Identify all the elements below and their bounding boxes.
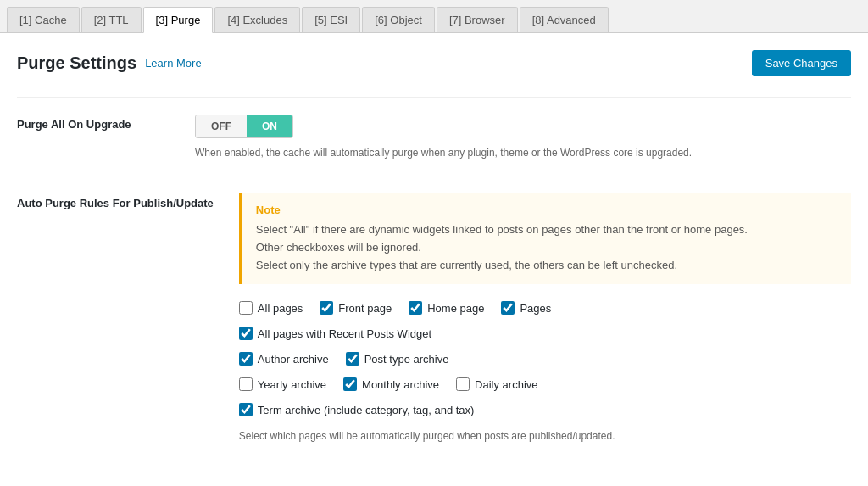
checkbox-daily-archive-input[interactable] bbox=[456, 377, 470, 391]
checkbox-front-page[interactable]: Front page bbox=[320, 301, 392, 315]
checkbox-monthly-archive-input[interactable] bbox=[343, 377, 357, 391]
checkbox-home-page-label: Home page bbox=[427, 302, 484, 315]
note-title: Note bbox=[256, 204, 837, 216]
note-text: Select "All" if there are dynamic widget… bbox=[256, 221, 837, 274]
toggle-description: When enabled, the cache will automatical… bbox=[195, 147, 851, 159]
checkbox-monthly-archive[interactable]: Monthly archive bbox=[343, 377, 439, 391]
checkbox-monthly-archive-label: Monthly archive bbox=[362, 378, 439, 391]
auto-purge-footer-note: Select which pages will be automatically… bbox=[239, 430, 851, 442]
checkbox-all-pages[interactable]: All pages bbox=[239, 301, 303, 315]
checkbox-home-page[interactable]: Home page bbox=[409, 301, 484, 315]
toggle-container: OFF ON bbox=[195, 115, 851, 138]
checkbox-yearly-archive-label: Yearly archive bbox=[258, 378, 326, 391]
learn-more-link[interactable]: Learn More bbox=[145, 57, 201, 70]
checkbox-pages-label: Pages bbox=[520, 302, 551, 315]
checkbox-pages[interactable]: Pages bbox=[501, 301, 551, 315]
checkbox-row-4: Yearly archive Monthly archive Daily arc… bbox=[239, 377, 851, 391]
tab-ttl[interactable]: [2] TTL bbox=[81, 7, 142, 32]
checkbox-home-page-input[interactable] bbox=[409, 301, 422, 315]
tab-purge[interactable]: [3] Purge bbox=[143, 7, 214, 33]
auto-purge-content: Note Select "All" if there are dynamic w… bbox=[239, 193, 851, 442]
page-header: Purge Settings Learn More Save Changes bbox=[17, 50, 851, 76]
purge-all-content: OFF ON When enabled, the cache will auto… bbox=[195, 115, 851, 159]
note-line-1: Select "All" if there are dynamic widget… bbox=[256, 223, 748, 236]
auto-purge-row: Auto Purge Rules For Publish/Update Note… bbox=[17, 176, 851, 459]
checkbox-author-archive-input[interactable] bbox=[239, 352, 253, 366]
tab-bar: [1] Cache [2] TTL [3] Purge [4] Excludes… bbox=[0, 0, 868, 33]
tab-cache[interactable]: [1] Cache bbox=[7, 7, 80, 32]
purge-all-label: Purge All On Upgrade bbox=[17, 115, 170, 131]
checkbox-pages-input[interactable] bbox=[501, 301, 515, 315]
checkbox-front-page-input[interactable] bbox=[320, 301, 333, 315]
page-title: Purge Settings bbox=[17, 53, 136, 73]
checkbox-author-archive[interactable]: Author archive bbox=[239, 352, 329, 366]
tab-advanced[interactable]: [8] Advanced bbox=[520, 7, 609, 32]
checkbox-post-type-archive-label: Post type archive bbox=[364, 353, 449, 366]
auto-purge-label: Auto Purge Rules For Publish/Update bbox=[17, 193, 214, 209]
page-title-area: Purge Settings Learn More bbox=[17, 53, 202, 73]
tab-excludes[interactable]: [4] Excludes bbox=[214, 7, 300, 32]
checkbox-post-type-archive[interactable]: Post type archive bbox=[346, 352, 449, 366]
purge-all-on-upgrade-row: Purge All On Upgrade OFF ON When enabled… bbox=[17, 97, 851, 176]
tab-browser[interactable]: [7] Browser bbox=[437, 7, 518, 32]
toggle-off-option[interactable]: OFF bbox=[196, 115, 247, 137]
checkbox-author-archive-label: Author archive bbox=[258, 353, 329, 366]
note-line-3: Select only the archive types that are c… bbox=[256, 259, 677, 271]
checkbox-term-archive-label: Term archive (include category, tag, and… bbox=[258, 404, 475, 416]
checkbox-daily-archive-label: Daily archive bbox=[475, 378, 537, 391]
tab-object[interactable]: [6] Object bbox=[362, 7, 435, 32]
save-button[interactable]: Save Changes bbox=[752, 50, 851, 76]
checkbox-row-1: All pages Front page Home page Pages bbox=[239, 301, 851, 315]
checkbox-term-archive[interactable]: Term archive (include category, tag, and… bbox=[239, 403, 475, 416]
checkbox-all-pages-recent-input[interactable] bbox=[239, 327, 253, 340]
checkbox-all-pages-input[interactable] bbox=[239, 301, 253, 315]
toggle-on-option[interactable]: ON bbox=[247, 115, 292, 137]
toggle-switch[interactable]: OFF ON bbox=[195, 115, 293, 138]
checkbox-daily-archive[interactable]: Daily archive bbox=[456, 377, 537, 391]
checkbox-all-pages-recent-label: All pages with Recent Posts Widget bbox=[258, 327, 431, 340]
checkbox-section: All pages Front page Home page Pages bbox=[239, 301, 851, 416]
checkbox-row-3: Author archive Post type archive bbox=[239, 352, 851, 366]
main-content: Purge Settings Learn More Save Changes P… bbox=[0, 33, 868, 486]
checkbox-post-type-archive-input[interactable] bbox=[346, 352, 359, 366]
checkbox-yearly-archive-input[interactable] bbox=[239, 377, 253, 391]
checkbox-all-pages-label: All pages bbox=[258, 302, 303, 315]
checkbox-term-archive-input[interactable] bbox=[239, 403, 253, 416]
checkbox-row-5: Term archive (include category, tag, and… bbox=[239, 403, 851, 416]
note-box: Note Select "All" if there are dynamic w… bbox=[239, 193, 851, 284]
note-line-2: Other checkboxes will be ignored. bbox=[256, 241, 421, 254]
checkbox-front-page-label: Front page bbox=[338, 302, 392, 315]
checkbox-yearly-archive[interactable]: Yearly archive bbox=[239, 377, 326, 391]
checkbox-row-2: All pages with Recent Posts Widget bbox=[239, 327, 851, 340]
checkbox-all-pages-recent[interactable]: All pages with Recent Posts Widget bbox=[239, 327, 431, 340]
tab-esi[interactable]: [5] ESI bbox=[302, 7, 360, 32]
